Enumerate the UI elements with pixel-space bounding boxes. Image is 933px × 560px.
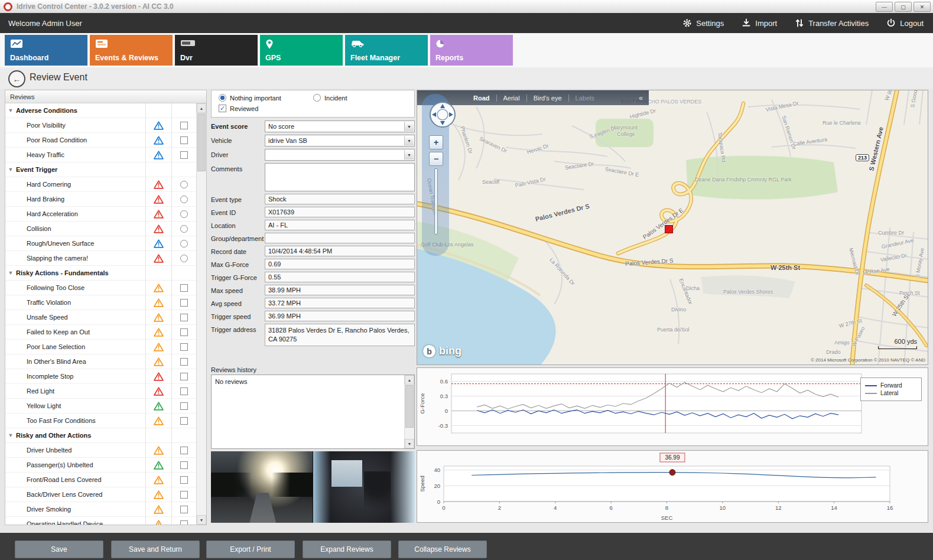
review-item-operating-handled-device[interactable]: Operating Handled Device xyxy=(5,517,196,525)
reviews-tree[interactable]: ▼Adverse ConditionsPoor VisibilityPoor R… xyxy=(5,103,196,525)
review-item-incomplete-stop[interactable]: Incomplete Stop xyxy=(5,369,196,384)
item-checkbox[interactable] xyxy=(180,122,188,129)
review-item-poor-visibility[interactable]: Poor Visibility xyxy=(5,118,196,133)
scroll-thumb[interactable] xyxy=(197,113,206,171)
item-radio[interactable] xyxy=(180,225,188,233)
review-category-risky-actions-fundamentals[interactable]: ▼Risky Actions - Fundamentals xyxy=(5,266,196,281)
scroll-up-icon[interactable]: ▲ xyxy=(405,375,414,385)
save-and-return-button[interactable]: Save and Return xyxy=(111,541,200,558)
review-item-in-other-s-blind-area[interactable]: In Other's Blind Area xyxy=(5,354,196,369)
item-checkbox[interactable] xyxy=(180,284,188,292)
item-checkbox[interactable] xyxy=(180,476,188,484)
collapse-arrow-icon[interactable]: ▼ xyxy=(5,270,16,276)
tab-reports[interactable]: Reports xyxy=(430,35,513,66)
item-checkbox[interactable] xyxy=(180,136,188,144)
zoom-slider[interactable] xyxy=(434,168,438,235)
item-checkbox[interactable] xyxy=(180,151,188,159)
maximize-button[interactable]: ▢ xyxy=(895,2,912,12)
collapse-arrow-icon[interactable]: ▼ xyxy=(5,108,16,113)
chevron-down-icon[interactable]: ▼ xyxy=(404,150,414,159)
trigger-speed-field[interactable]: 36.99 MPH xyxy=(265,311,415,321)
item-radio[interactable] xyxy=(180,181,188,188)
tab-fleet-manager[interactable]: Fleet Manager xyxy=(345,35,428,66)
minimize-button[interactable]: — xyxy=(876,2,893,12)
review-item-driver-smoking[interactable]: Driver Smoking xyxy=(5,502,196,517)
review-item-traffic-violation[interactable]: Traffic Violation xyxy=(5,295,196,310)
max-speed-field[interactable]: 38.99 MPH xyxy=(265,285,415,295)
scroll-up-icon[interactable]: ▲ xyxy=(197,103,206,113)
chevron-down-icon[interactable]: ▼ xyxy=(404,122,414,131)
trigger-g-force-field[interactable]: 0.55 xyxy=(265,272,415,282)
item-checkbox[interactable] xyxy=(180,388,188,395)
item-checkbox[interactable] xyxy=(180,447,188,454)
item-checkbox[interactable] xyxy=(180,299,188,307)
collapse-arrow-icon[interactable]: ▼ xyxy=(5,167,16,172)
item-checkbox[interactable] xyxy=(180,506,188,513)
tab-gps[interactable]: GPS xyxy=(260,35,343,66)
settings-button[interactable]: Settings xyxy=(682,18,724,28)
front-camera-video[interactable] xyxy=(211,451,313,523)
nothing-important-radio[interactable] xyxy=(219,94,226,102)
zoom-in-button[interactable]: + xyxy=(429,135,443,149)
driver-select[interactable]: ▼ xyxy=(265,149,415,161)
incident-radio[interactable] xyxy=(313,94,321,102)
tab-events-reviews[interactable]: Events & Reviews xyxy=(90,35,173,66)
review-item-back-driver-lens-covered[interactable]: Back/Driver Lens Covered xyxy=(5,487,196,502)
scroll-thumb[interactable] xyxy=(405,385,414,428)
item-checkbox[interactable] xyxy=(180,402,188,410)
review-item-yellow-light[interactable]: Yellow Light xyxy=(5,399,196,414)
avg-speed-field[interactable]: 33.72 MPH xyxy=(265,298,415,308)
item-checkbox[interactable] xyxy=(180,491,188,499)
item-checkbox[interactable] xyxy=(180,358,188,366)
map-view-labels[interactable]: Labels xyxy=(568,95,601,102)
bing-map[interactable]: EAST RANCHO PALOS VERDESMarymountCollege… xyxy=(417,90,928,365)
driver-camera-video[interactable] xyxy=(313,451,415,523)
collapse-arrow-icon[interactable]: ▼ xyxy=(5,432,16,438)
review-item-front-road-lens-covered[interactable]: Front/Road Lens Covered xyxy=(5,473,196,487)
item-checkbox[interactable] xyxy=(180,373,188,380)
close-button[interactable]: ✕ xyxy=(914,2,931,12)
item-checkbox[interactable] xyxy=(180,417,188,425)
map-collapse-button[interactable]: « xyxy=(633,94,649,102)
save-button[interactable]: Save xyxy=(15,541,103,558)
item-checkbox[interactable] xyxy=(180,343,188,351)
review-item-hard-acceleration[interactable]: Hard Acceleration xyxy=(5,207,196,222)
reviews-scrollbar[interactable]: ▲ ▼ xyxy=(196,103,206,525)
review-item-hard-braking[interactable]: Hard Braking xyxy=(5,192,196,207)
review-item-collision[interactable]: Collision xyxy=(5,222,196,236)
review-item-red-light[interactable]: Red Light xyxy=(5,384,196,399)
item-radio[interactable] xyxy=(180,196,188,203)
review-category-risky-and-other-actions[interactable]: ▼Risky and Other Actions xyxy=(5,428,196,443)
comments-textarea[interactable] xyxy=(265,163,415,191)
location-field[interactable]: AI - FL xyxy=(265,220,415,230)
scroll-down-icon[interactable]: ▼ xyxy=(405,439,414,448)
review-item-slapping-the-camera[interactable]: Slapping the camera! xyxy=(5,251,196,266)
map-view-bird-s-eye[interactable]: Bird's eye xyxy=(526,95,568,102)
title-bar[interactable]: Idrive Control Center - 3.0.2 version - … xyxy=(0,0,933,14)
tab-dashboard[interactable]: Dashboard xyxy=(5,35,87,66)
event-location-marker[interactable] xyxy=(665,225,673,233)
back-button[interactable]: ← xyxy=(8,70,25,87)
review-item-poor-lane-selection[interactable]: Poor Lane Selection xyxy=(5,340,196,354)
item-checkbox[interactable] xyxy=(180,328,188,336)
review-item-rough-uneven-surface[interactable]: Rough/Uneven Surface xyxy=(5,236,196,251)
review-item-poor-road-condition[interactable]: Poor Road Condition xyxy=(5,133,196,148)
import-button[interactable]: Import xyxy=(742,18,777,28)
item-radio[interactable] xyxy=(180,240,188,248)
review-category-adverse-conditions[interactable]: ▼Adverse Conditions xyxy=(5,103,196,118)
map-view-aerial[interactable]: Aerial xyxy=(496,95,526,102)
review-item-too-fast-for-conditions[interactable]: Too Fast For Conditions xyxy=(5,414,196,428)
scroll-down-icon[interactable]: ▼ xyxy=(197,515,206,525)
reviewed-checkbox[interactable]: ✓ xyxy=(219,105,226,112)
tab-dvr[interactable]: Dvr xyxy=(175,35,258,66)
event-type-field[interactable]: Shock xyxy=(265,194,415,204)
review-category-event-trigger[interactable]: ▼Event Trigger xyxy=(5,162,196,177)
compass-control[interactable] xyxy=(429,101,456,128)
item-checkbox[interactable] xyxy=(180,520,188,525)
record-date-field[interactable]: 10/4/2014 4:48:54 PM xyxy=(265,246,415,256)
reviews-history-list[interactable]: No reviews ▲ ▼ xyxy=(211,375,415,449)
review-item-failed-to-keep-an-out[interactable]: Failed to Keep an Out xyxy=(5,325,196,340)
map-view-road[interactable]: Road xyxy=(467,95,496,102)
logout-button[interactable]: Logout xyxy=(886,18,924,28)
zoom-out-button[interactable]: − xyxy=(429,152,443,166)
